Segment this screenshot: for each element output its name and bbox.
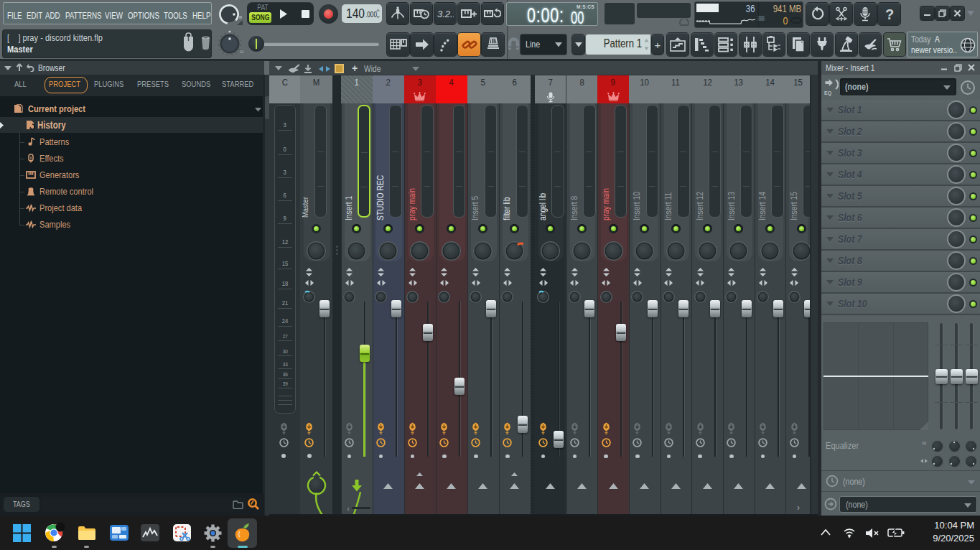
svg-text:3.2.:: 3.2.: — [437, 9, 454, 19]
svg-text:?: ? — [885, 6, 894, 22]
